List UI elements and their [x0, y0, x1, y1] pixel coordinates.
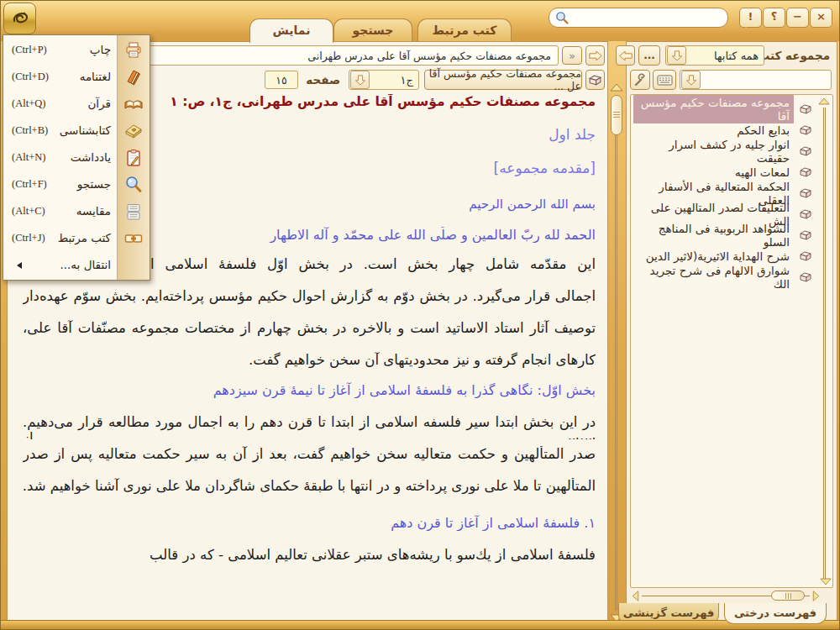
settings-button[interactable]	[630, 70, 650, 90]
tab-related-books[interactable]: كتب مرتبط	[417, 18, 512, 41]
collection-combo[interactable]: همه كتابها	[665, 45, 764, 66]
virtual-keyboard-button[interactable]	[653, 70, 676, 90]
paragraph-line: كارهای انجام گرفته و نیز محدودیتهای آن س…	[23, 352, 596, 368]
note-icon	[123, 148, 144, 168]
library-sidebar: مجموعه كتب همه كتابها ...	[626, 41, 837, 621]
menu-item-note[interactable]: یادداشت (Alt+N)	[3, 144, 150, 171]
content-scrollbar[interactable]	[609, 83, 624, 622]
page-label: صفحه	[306, 73, 340, 87]
book-filter-combo[interactable]	[680, 70, 832, 90]
book-icon	[799, 250, 812, 262]
book-icon	[799, 124, 812, 136]
book-title: بدایع الحكم	[732, 123, 794, 138]
hscroll-thumb[interactable]	[771, 591, 805, 601]
paragraph-line: در این بخش ابتدا سیر فلسفه اسلامی از ابت…	[23, 414, 596, 439]
search-icon	[554, 10, 570, 25]
menu-label: لغتنامه	[80, 70, 111, 83]
book-item[interactable]: شوارق الالهام فی شرح تجرید الك	[633, 266, 812, 287]
book-icon	[799, 208, 812, 220]
list-hscrollbar[interactable]	[632, 591, 820, 601]
page-number-field[interactable]	[265, 71, 298, 89]
subsection-heading: ۱. فلسفۀ اسلامی از آغاز تا قرن دهم	[23, 515, 596, 531]
help-button[interactable]: ؟	[763, 8, 785, 28]
menu-shortcut: (Alt+N)	[12, 151, 45, 164]
menu-label: قرآن	[87, 97, 111, 110]
volume-combo[interactable]: ج١	[349, 70, 419, 90]
feedback-button[interactable]: !	[739, 8, 762, 28]
book-title: شرح الهدایة الاثیریة(لاثیر الدین	[642, 249, 794, 264]
page-number-input[interactable]	[265, 73, 297, 87]
tab-display[interactable]: نمایش	[249, 18, 333, 43]
compare-icon	[123, 202, 144, 222]
scroll-right-icon[interactable]	[812, 591, 820, 601]
book-title: شوارق الالهام فی شرح تجرید الك	[633, 263, 794, 291]
thumb-grip	[788, 593, 789, 599]
minimize-button[interactable]: −	[786, 8, 809, 28]
menu-label: كتابشناسی	[60, 123, 111, 137]
tab-search[interactable]: جستجو	[333, 18, 412, 41]
collection-dropdown-button[interactable]	[667, 46, 686, 65]
chevron-down-icon	[686, 74, 696, 86]
book-filter-input[interactable]	[701, 74, 831, 87]
more-options-button[interactable]: ...	[638, 45, 660, 66]
noor-logo-icon	[9, 8, 31, 29]
scroll-left-icon[interactable]	[632, 591, 639, 601]
volume-value: ج١	[370, 74, 418, 87]
tab-tree-index[interactable]: فهرست درختی	[724, 603, 827, 624]
book-info-button[interactable]	[585, 70, 605, 90]
navigate-back-button[interactable]	[616, 45, 635, 66]
dictionary-icon	[123, 67, 144, 87]
section-heading: بخش اوّل: نگاهی گذرا به فلسفۀ اسلامی از …	[23, 382, 596, 398]
menu-item-dictionary[interactable]: لغتنامه (Ctrl+D)	[3, 64, 150, 91]
menu-label: كتب مرتبط	[58, 231, 111, 244]
content-scroll-track[interactable]	[615, 135, 617, 611]
current-book-button[interactable]: مجموعه مصنفات حكیم مؤسس آقا عل ...	[424, 70, 582, 90]
paragraph-line: المتألهین تا ملا علی نوری پرداخته و در ا…	[23, 478, 596, 494]
volume-dropdown-button[interactable]	[350, 71, 370, 89]
navigate-forward-button[interactable]	[585, 45, 605, 66]
thumb-grip	[613, 114, 620, 115]
menu-label: انتقال به...	[60, 258, 112, 271]
app-logo-button[interactable]	[3, 3, 36, 34]
menu-shortcut: (Ctrl+B)	[12, 124, 48, 137]
list-scroll-down-icon[interactable]	[820, 578, 832, 585]
application-window: × − ؟ ! كتب مرتبط جستجو نمایش »	[0, 0, 840, 630]
collection-label: مجموعه كتب	[759, 49, 830, 62]
book-icon	[588, 74, 602, 87]
global-search-input[interactable]	[571, 9, 727, 26]
menu-label: مقایسه	[76, 204, 111, 218]
menu-shortcut: (Alt+Q)	[12, 97, 45, 110]
list-scroll-up-icon[interactable]	[818, 97, 830, 105]
paragraph-line: توصیف آثار استاد الاساتید است و بالاخره …	[23, 320, 596, 345]
menu-item-quran[interactable]: قرآن (Alt+Q)	[3, 91, 150, 118]
list-scroll-track[interactable]	[823, 108, 826, 582]
menu-item-search[interactable]: جستجو (Ctrl+F)	[3, 171, 150, 198]
related-books-icon	[123, 228, 144, 249]
bibliography-icon	[123, 121, 144, 141]
menu-label: چاپ	[90, 43, 111, 56]
menu-shortcut: (Ctrl+F)	[12, 178, 47, 191]
submenu-arrow-icon	[13, 262, 22, 269]
book-icon	[799, 103, 812, 115]
menu-label: یادداشت	[71, 150, 111, 164]
content-scroll-thumb[interactable]	[611, 95, 622, 135]
menu-item-related-books[interactable]: كتب مرتبط (Ctrl+J)	[3, 225, 150, 252]
book-item[interactable]: انوار جلیه در كشف اسرار حقیقت	[633, 140, 812, 161]
global-search-box[interactable]	[549, 8, 728, 28]
expand-title-button[interactable]: »	[562, 46, 582, 65]
book-icon	[799, 229, 812, 241]
forward-arrow-icon	[588, 50, 603, 61]
book-item[interactable]: مجموعه مصنفات حكیم مؤسس آقا	[633, 98, 812, 119]
book-item[interactable]: الشواهد الربوبیة فی المناهج السلو	[633, 224, 812, 245]
scroll-up-icon[interactable]	[610, 83, 623, 92]
filter-dropdown-button[interactable]	[681, 71, 701, 89]
search-icon	[123, 175, 144, 195]
keyboard-icon	[657, 75, 673, 86]
menu-item-compare[interactable]: مقایسه (Alt+C)	[3, 198, 150, 225]
menu-item-goto[interactable]: انتقال به...	[3, 252, 150, 279]
quran-icon	[123, 94, 144, 114]
paragraph-line: اجمالی قرار می‌گیرد. در بخش دوّم به گزار…	[23, 288, 596, 313]
menu-item-print[interactable]: چاپ (Ctrl+P)	[3, 37, 150, 64]
close-button[interactable]: ×	[810, 8, 832, 28]
menu-item-bibliography[interactable]: كتابشناسی (Ctrl+B)	[3, 118, 150, 144]
